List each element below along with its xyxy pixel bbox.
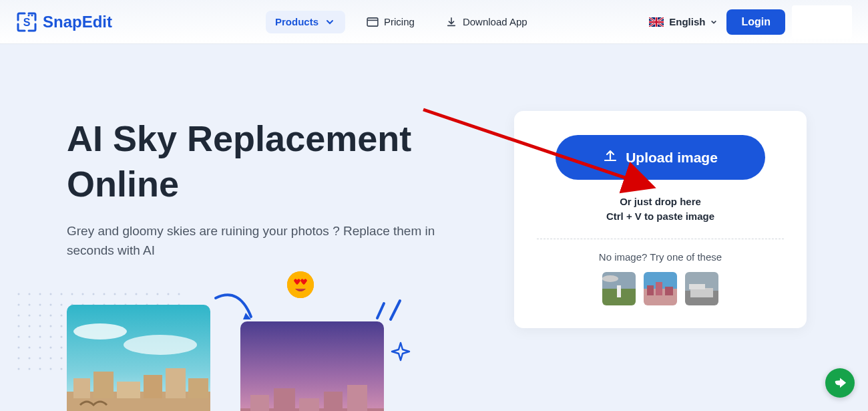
svg-point-60 xyxy=(39,325,41,327)
upload-panel-column: Upload image Or just drop here Ctrl + V … xyxy=(514,84,807,411)
language-label: English xyxy=(669,16,705,27)
svg-point-29 xyxy=(50,304,52,306)
image-before xyxy=(67,305,210,411)
svg-rect-99 xyxy=(274,388,295,411)
svg-point-14 xyxy=(61,293,63,295)
svg-point-28 xyxy=(39,304,41,306)
svg-rect-88 xyxy=(93,372,114,398)
logo[interactable]: S SnapEdit xyxy=(16,11,112,33)
svg-rect-90 xyxy=(144,375,162,398)
svg-rect-91 xyxy=(166,368,186,398)
main: AI Sky Replacement Online Grey and gloom… xyxy=(0,44,868,411)
svg-point-76 xyxy=(50,358,52,360)
image-after xyxy=(240,321,384,411)
svg-rect-100 xyxy=(299,398,319,411)
chevron-down-icon xyxy=(324,16,336,28)
svg-rect-89 xyxy=(117,382,140,398)
svg-point-85 xyxy=(124,335,197,355)
svg-rect-92 xyxy=(188,378,208,398)
page-title: AI Sky Replacement Online xyxy=(67,116,487,207)
svg-text:S: S xyxy=(23,17,31,28)
header-bar: S SnapEdit Products Pricing Download App xyxy=(0,0,868,44)
svg-point-81 xyxy=(50,368,52,370)
svg-line-94 xyxy=(377,303,384,318)
upload-icon xyxy=(603,148,618,166)
svg-point-59 xyxy=(29,325,31,327)
svg-point-65 xyxy=(39,336,41,338)
nav-download[interactable]: Download App xyxy=(436,11,537,33)
share-arrow-icon xyxy=(833,374,847,392)
svg-rect-114 xyxy=(690,288,713,297)
upload-panel: Upload image Or just drop here Ctrl + V … xyxy=(514,111,807,328)
svg-point-80 xyxy=(39,368,41,370)
svg-point-43 xyxy=(29,315,31,317)
nav-pricing[interactable]: Pricing xyxy=(357,11,424,33)
svg-rect-98 xyxy=(250,395,269,411)
heart-eyes-emoji-icon xyxy=(287,271,314,298)
svg-point-63 xyxy=(18,336,20,338)
hero: AI Sky Replacement Online Grey and gloom… xyxy=(67,84,487,411)
sample-image-3[interactable] xyxy=(685,272,718,305)
try-samples-text: No image? Try one of these xyxy=(537,251,784,263)
svg-point-79 xyxy=(29,368,31,370)
share-fab-button[interactable] xyxy=(825,368,855,398)
nav-download-label: Download App xyxy=(463,16,527,27)
svg-point-73 xyxy=(18,358,20,360)
svg-point-30 xyxy=(61,304,63,306)
header-right-box xyxy=(792,5,852,39)
svg-line-95 xyxy=(391,301,400,319)
svg-point-27 xyxy=(29,304,31,306)
nav-products-label: Products xyxy=(275,16,318,27)
hint-paste: Ctrl + V to paste image xyxy=(537,209,784,224)
divider xyxy=(537,239,784,239)
svg-rect-87 xyxy=(73,378,90,398)
svg-point-74 xyxy=(29,358,31,360)
upload-button-label: Upload image xyxy=(626,150,718,166)
hero-images xyxy=(67,278,487,411)
svg-point-62 xyxy=(61,325,63,327)
spark-lines-icon xyxy=(371,291,411,325)
svg-point-12 xyxy=(39,293,41,295)
svg-point-69 xyxy=(29,347,31,349)
svg-point-66 xyxy=(50,336,52,338)
chevron-down-icon xyxy=(710,16,717,27)
svg-point-82 xyxy=(61,368,63,370)
svg-point-77 xyxy=(61,358,63,360)
svg-rect-109 xyxy=(647,285,654,295)
star-icon xyxy=(391,341,411,362)
svg-rect-110 xyxy=(656,282,662,295)
svg-point-26 xyxy=(18,304,20,306)
svg-point-78 xyxy=(18,368,20,370)
svg-point-70 xyxy=(39,347,41,349)
svg-rect-101 xyxy=(324,392,343,411)
upload-image-button[interactable]: Upload image xyxy=(556,135,765,180)
svg-point-42 xyxy=(18,315,20,317)
svg-rect-115 xyxy=(689,284,705,289)
nav-pricing-label: Pricing xyxy=(384,16,415,27)
svg-point-45 xyxy=(50,315,52,317)
sample-images xyxy=(537,272,784,305)
svg-point-46 xyxy=(61,315,63,317)
uk-flag-icon xyxy=(649,17,664,27)
language-selector[interactable]: English xyxy=(649,16,717,27)
svg-rect-3 xyxy=(367,17,378,25)
svg-point-1 xyxy=(31,14,33,16)
upload-hints: Or just drop here Ctrl + V to paste imag… xyxy=(537,194,784,224)
svg-point-13 xyxy=(50,293,52,295)
svg-rect-111 xyxy=(665,287,673,295)
svg-point-71 xyxy=(50,347,52,349)
card-icon xyxy=(367,16,379,28)
hint-drop: Or just drop here xyxy=(537,194,784,209)
svg-point-61 xyxy=(50,325,52,327)
svg-point-84 xyxy=(73,323,127,339)
svg-point-72 xyxy=(61,347,63,349)
login-button[interactable]: Login xyxy=(726,9,785,35)
svg-point-106 xyxy=(602,275,618,282)
svg-point-44 xyxy=(39,315,41,317)
sample-image-2[interactable] xyxy=(644,272,677,305)
nav: Products Pricing Download App xyxy=(266,11,537,33)
logo-icon: S xyxy=(16,11,37,33)
nav-products[interactable]: Products xyxy=(266,11,345,33)
page-subtitle: Grey and gloomy skies are ruining your p… xyxy=(67,221,467,261)
sample-image-1[interactable] xyxy=(602,272,636,305)
